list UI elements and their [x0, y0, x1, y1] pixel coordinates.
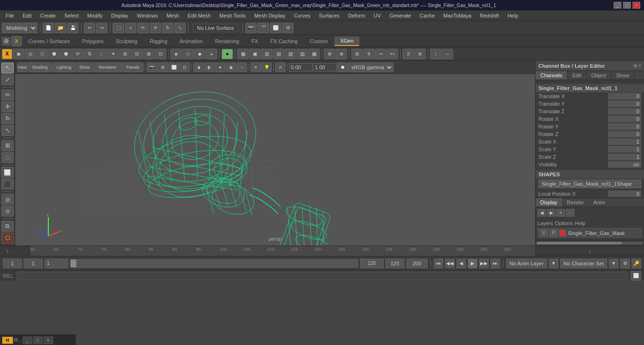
- tab-rendering[interactable]: Rendering: [209, 37, 245, 45]
- vp-wire-btn[interactable]: ⊡: [179, 63, 190, 72]
- vp-shading5-btn[interactable]: ○: [237, 63, 247, 72]
- xray-btn[interactable]: ◎: [1, 194, 14, 205]
- tab-rigging[interactable]: Rigging: [144, 37, 173, 45]
- menu-cache[interactable]: Cache: [416, 12, 438, 19]
- xgen-tool26[interactable]: ⊕: [324, 49, 335, 59]
- xgen-tool24[interactable]: ▨: [296, 49, 308, 59]
- menu-curves[interactable]: Curves: [290, 12, 314, 19]
- xgen-tool32[interactable]: ⧖: [402, 49, 414, 59]
- isolate-btn[interactable]: ⊙: [1, 206, 14, 217]
- vp-gamma-icon[interactable]: 🔲: [337, 63, 348, 72]
- local-pos-x-input[interactable]: [608, 191, 641, 197]
- menu-deform[interactable]: Deform: [344, 12, 369, 19]
- layer-next-btn[interactable]: ▶: [547, 209, 555, 217]
- xgen-tool3[interactable]: ◎: [25, 49, 36, 59]
- tab-fx[interactable]: FX: [246, 37, 264, 45]
- new-scene-btn[interactable]: 📄: [43, 23, 54, 33]
- pb-key-btn[interactable]: 🔑: [632, 259, 641, 268]
- xgen-tool4[interactable]: ⬡: [36, 49, 48, 59]
- rotate-y-input[interactable]: [608, 123, 641, 130]
- menu-edit[interactable]: Edit: [19, 12, 36, 19]
- taskbar-close-btn[interactable]: ×: [44, 336, 53, 344]
- xgen-tool23[interactable]: ▧: [285, 49, 296, 59]
- taskbar-min-btn[interactable]: _: [23, 336, 32, 344]
- menu-modify[interactable]: Modify: [83, 12, 106, 19]
- xgen-tool33[interactable]: ⊛: [414, 49, 426, 59]
- scrub-bar[interactable]: [70, 259, 358, 268]
- vp-shading2-btn[interactable]: ◐: [204, 63, 215, 72]
- xgen-tool1[interactable]: X: [2, 49, 12, 59]
- pb-settings-btn[interactable]: ⚙: [620, 259, 630, 268]
- play-btn[interactable]: ▶: [468, 259, 477, 268]
- scale-y-input[interactable]: [608, 146, 641, 153]
- translate-y-input[interactable]: [608, 100, 641, 107]
- xgen-tool6[interactable]: ⬣: [60, 49, 72, 59]
- vp-aa-btn[interactable]: A: [275, 63, 286, 72]
- vp-camera-btn[interactable]: 📷: [147, 63, 157, 72]
- play-back-btn[interactable]: ◀: [456, 259, 466, 268]
- tab-sculpting[interactable]: Sculpting: [110, 37, 143, 45]
- menu-mesh-tools[interactable]: Mesh Tools: [215, 12, 249, 19]
- viewport-btn[interactable]: ⬜: [270, 23, 281, 33]
- vp-gamma-input1[interactable]: [289, 63, 313, 72]
- xgen-tool35[interactable]: ↔: [442, 49, 453, 59]
- timeline-track[interactable]: 60 65 70 75 80 85 90 95 100 105 110 115 …: [30, 246, 535, 256]
- scale-x-input[interactable]: [608, 138, 641, 145]
- tab-anim[interactable]: Anim: [589, 198, 610, 207]
- frame-start-input[interactable]: [3, 259, 22, 268]
- render-btn[interactable]: 🎬: [258, 23, 269, 33]
- scrollbar-thumb[interactable]: [537, 242, 622, 245]
- step-fwd-btn[interactable]: ▶▶: [479, 259, 489, 268]
- xgen-tool19[interactable]: ▦: [237, 49, 249, 59]
- layer-add-btn[interactable]: +: [556, 209, 565, 217]
- frame-current-input[interactable]: [24, 259, 43, 268]
- xgen-tool8[interactable]: ⇅: [84, 49, 95, 59]
- scale-z-input[interactable]: [608, 154, 641, 160]
- rotate-btn[interactable]: ↻: [162, 23, 173, 33]
- vp-shading3-btn[interactable]: ●: [215, 63, 225, 72]
- vp-lighting1-btn[interactable]: ☀: [250, 63, 261, 72]
- xgen-tool7[interactable]: ⟳: [72, 49, 83, 59]
- layer-v-btn[interactable]: V: [540, 229, 548, 236]
- layer-color-swatch[interactable]: [559, 230, 566, 236]
- select-tool2-btn[interactable]: ⤢: [1, 74, 14, 85]
- rotate-z-input[interactable]: [608, 131, 641, 137]
- shape-item[interactable]: Single_Filter_Gas_Mask_ncl1_1Shape: [538, 180, 641, 188]
- panel-restore-btn[interactable]: ⧉: [634, 63, 637, 69]
- xgen-tool34[interactable]: ↕: [430, 49, 441, 59]
- xgen-tool2[interactable]: ◉: [13, 49, 24, 59]
- rotate-tool-btn[interactable]: ↻: [1, 113, 14, 124]
- options-link[interactable]: Options: [555, 220, 573, 226]
- move-btn[interactable]: ✛: [150, 23, 161, 33]
- menu-display[interactable]: Display: [107, 12, 132, 19]
- scrub-handle[interactable]: [71, 260, 76, 267]
- scale-btn[interactable]: ⤡: [174, 23, 186, 33]
- vp-obj-btn[interactable]: ⬜: [169, 63, 179, 72]
- vp-gamma-input2[interactable]: [313, 63, 337, 72]
- xgen-tool30[interactable]: ⊸: [375, 49, 386, 59]
- go-to-start-btn[interactable]: ⏮: [434, 259, 443, 268]
- lasso-tool-btn[interactable]: ✏: [1, 90, 14, 100]
- xgen-tool20[interactable]: ▣: [249, 49, 260, 59]
- workspace-settings-gear[interactable]: ⚙: [2, 37, 10, 45]
- vp-menu-panels[interactable]: Panels: [122, 63, 143, 72]
- tab-custom[interactable]: Custom: [304, 37, 334, 45]
- xgen-tool17[interactable]: ◆: [194, 49, 206, 59]
- vp-shading4-btn[interactable]: ◉: [226, 63, 236, 72]
- panel-close-btn[interactable]: ×: [638, 63, 641, 69]
- menu-mesh[interactable]: Mesh: [162, 12, 183, 19]
- open-btn[interactable]: 📂: [55, 23, 66, 33]
- xgen-tool25[interactable]: ▩: [308, 49, 320, 59]
- go-to-end-btn[interactable]: ⏭: [491, 259, 500, 268]
- vp-lighting2-btn[interactable]: 💡: [261, 63, 272, 72]
- lasso-btn[interactable]: ⌖: [125, 23, 136, 33]
- visibility-input[interactable]: [608, 161, 641, 168]
- settings-btn2[interactable]: ⚙: [282, 23, 294, 33]
- time-end-input[interactable]: [406, 259, 428, 268]
- tab-display[interactable]: Display: [536, 198, 562, 207]
- soft-select-btn[interactable]: ◌: [1, 152, 14, 163]
- xgen-tool27[interactable]: ⊗: [336, 49, 347, 59]
- xgen-tool11[interactable]: ⊞: [119, 49, 131, 59]
- char-set-dropdown-btn[interactable]: ▼: [609, 259, 618, 268]
- menu-windows[interactable]: Windows: [133, 12, 162, 19]
